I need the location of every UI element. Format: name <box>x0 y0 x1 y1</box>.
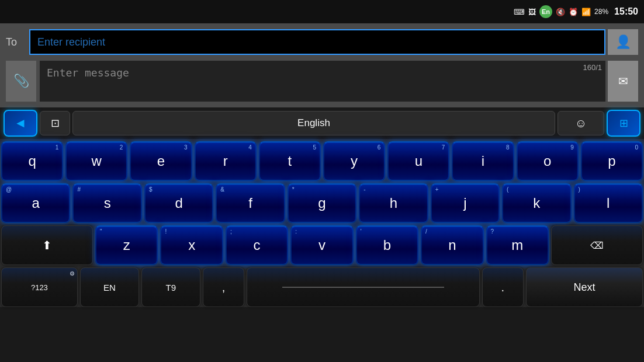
clipboard-icon: ⊡ <box>51 117 60 130</box>
contacts-button[interactable]: 👤 <box>608 29 638 55</box>
key-k[interactable]: k( <box>502 183 571 223</box>
space-key[interactable] <box>247 267 479 307</box>
key-v[interactable]: v: <box>290 225 353 265</box>
shift-icon: ⬆ <box>42 238 52 252</box>
key-x[interactable]: x! <box>160 225 223 265</box>
shift-button[interactable]: ⬆ <box>1 225 93 265</box>
key-n[interactable]: n/ <box>421 225 483 265</box>
key-d[interactable]: d$ <box>144 183 213 223</box>
image-icon: 🖼 <box>528 8 536 16</box>
t9-button[interactable]: T9 <box>141 267 200 307</box>
key-y[interactable]: y6 <box>323 141 385 181</box>
signal-icon: 📶 <box>581 8 591 16</box>
keyboard-toolbar: ◄ ⊡ English ☺ ⊞ <box>0 107 644 139</box>
key-l[interactable]: l) <box>574 183 643 223</box>
messaging-area: To 👤 📎 160/1 ✉ <box>0 23 644 107</box>
send-button[interactable]: ✉ <box>608 61 638 102</box>
attach-button[interactable]: 📎 <box>6 61 36 102</box>
key-h[interactable]: h- <box>359 183 428 223</box>
backspace-button[interactable]: ⌫ <box>551 225 643 265</box>
keyboard-rows: q1 w2 e3 r4 t5 y6 u7 i8 o9 p0 a@ s# d$ f… <box>0 139 644 307</box>
key-r[interactable]: r4 <box>195 141 257 181</box>
key-w[interactable]: w2 <box>65 141 127 181</box>
clipboard-button[interactable]: ⊡ <box>40 111 70 135</box>
comma-key[interactable]: , <box>203 267 244 307</box>
key-s[interactable]: s# <box>72 183 141 223</box>
key-i[interactable]: i8 <box>452 141 514 181</box>
next-button[interactable]: Next <box>526 267 643 307</box>
language-button[interactable]: English <box>72 111 555 135</box>
key-c[interactable]: c; <box>226 225 288 265</box>
mute-icon: 🔇 <box>556 8 565 16</box>
key-b[interactable]: b' <box>356 225 418 265</box>
key-j[interactable]: j+ <box>431 183 500 223</box>
send-icon: ✉ <box>618 74 628 88</box>
clock: 15:50 <box>614 6 638 17</box>
keyboard-icon: ⌨ <box>514 8 525 16</box>
keyboard-back-button[interactable]: ◄ <box>4 110 37 137</box>
key-u[interactable]: u7 <box>387 141 449 181</box>
person-icon: 👤 <box>615 34 631 50</box>
key-row-3: ⬆ z" x! c; v: b' n/ m? ⌫ <box>1 225 643 265</box>
key-z[interactable]: z" <box>95 225 158 265</box>
key-f[interactable]: f& <box>216 183 285 223</box>
key-row-bottom: ?123 ⚙ EN T9 , . Next <box>1 267 643 307</box>
back-arrow-icon: ◄ <box>14 116 27 131</box>
to-field-row: To 👤 <box>6 27 638 57</box>
message-field-row: 📎 160/1 ✉ <box>6 61 638 104</box>
to-label: To <box>6 36 23 48</box>
recipient-input[interactable] <box>29 29 605 55</box>
key-o[interactable]: o9 <box>517 141 579 181</box>
keyboard-container: ◄ ⊡ English ☺ ⊞ q1 w2 e3 r4 t5 y6 u7 i8 … <box>0 107 644 307</box>
lang-switch-button[interactable]: EN <box>80 267 139 307</box>
key-a[interactable]: a@ <box>1 183 70 223</box>
paperclip-icon: 📎 <box>13 74 29 89</box>
key-row-1: q1 w2 e3 r4 t5 y6 u7 i8 o9 p0 <box>1 141 643 181</box>
battery-indicator: 28% <box>594 8 608 16</box>
grid-icon: ⊞ <box>619 117 628 130</box>
alarm-icon: ⏰ <box>569 8 578 16</box>
key-m[interactable]: m? <box>486 225 549 265</box>
keyboard-layout-button[interactable]: ⊞ <box>607 110 640 137</box>
key-t[interactable]: t5 <box>259 141 321 181</box>
emoji-button[interactable]: ☺ <box>558 111 604 135</box>
status-bar: ⌨ 🖼 En 🔇 ⏰ 📶 28% 15:50 <box>0 0 644 23</box>
key-row-2: a@ s# d$ f& g* h- j+ k( l) <box>1 183 643 223</box>
spacebar-icon <box>282 287 444 288</box>
key-q[interactable]: q1 <box>1 141 63 181</box>
message-input[interactable] <box>40 61 605 102</box>
period-key[interactable]: . <box>482 267 524 307</box>
language-indicator: En <box>539 5 552 18</box>
key-e[interactable]: e3 <box>130 141 192 181</box>
backspace-icon: ⌫ <box>590 240 604 251</box>
gear-icon: ⚙ <box>70 270 75 277</box>
key-g[interactable]: g* <box>288 183 356 223</box>
message-input-area: 160/1 <box>40 61 605 104</box>
char-count: 160/1 <box>583 63 602 72</box>
symbols-button[interactable]: ?123 ⚙ <box>1 267 78 307</box>
key-p[interactable]: p0 <box>581 141 643 181</box>
